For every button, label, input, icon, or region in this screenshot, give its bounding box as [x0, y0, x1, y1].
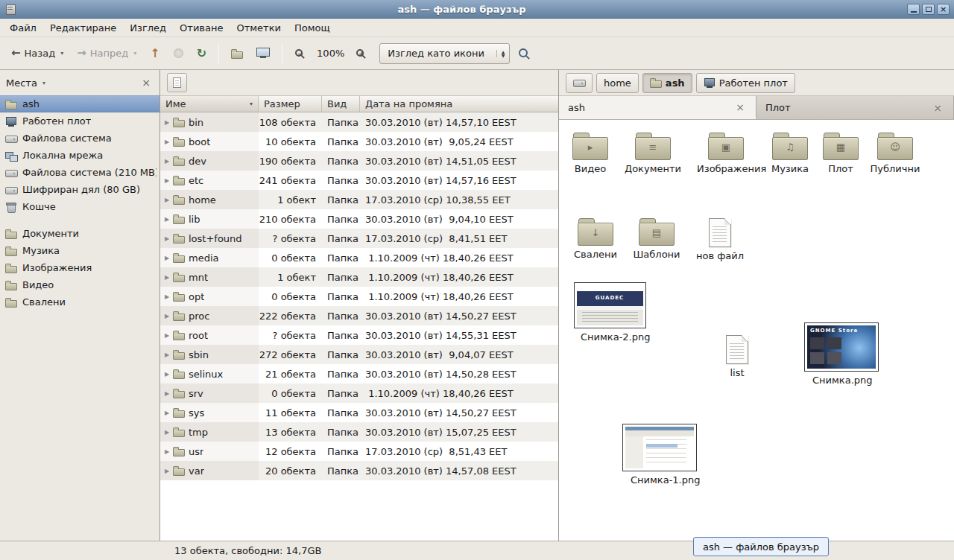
expander-icon[interactable]: ▶: [165, 448, 173, 455]
up-button[interactable]: ↑: [145, 44, 165, 63]
minimize-button[interactable]: [907, 4, 920, 15]
file-row[interactable]: ▶opt0 обектаПапка 1.10.2009 (чт) 18,40,2…: [160, 287, 558, 306]
zoom-in-button[interactable]: +: [350, 45, 372, 63]
expander-icon[interactable]: ▶: [165, 216, 173, 223]
file-row[interactable]: ▶bin108 обектаПапка30.03.2010 (вт) 14,57…: [160, 112, 558, 132]
file-row[interactable]: ▶mnt1 обектПапка 1.10.2009 (чт) 18,40,26…: [160, 267, 558, 287]
column-header-name[interactable]: Име ▾: [160, 96, 259, 112]
column-header-size[interactable]: Размер: [259, 96, 322, 112]
expander-icon[interactable]: ▶: [165, 293, 173, 300]
icon-item[interactable]: ▤Шаблони: [621, 216, 692, 261]
breadcrumb-button[interactable]: Работен плот: [696, 73, 795, 93]
sidebar-item[interactable]: Локална мрежа: [0, 147, 159, 164]
expander-icon[interactable]: ▶: [165, 429, 173, 436]
tab[interactable]: ash×: [559, 96, 756, 119]
icon-item[interactable]: GNOME StoreСнимка.png: [806, 322, 877, 386]
menubar-item[interactable]: Изглед: [123, 20, 173, 36]
home-button[interactable]: [226, 44, 248, 63]
breadcrumb-button[interactable]: home: [596, 73, 639, 93]
icon-item[interactable]: Снимка-1.png: [624, 424, 695, 486]
icon-view[interactable]: ▸Видео≡Документи▣Изображения♫Музика▦Плот…: [559, 120, 954, 541]
sidebar-item[interactable]: Работен плот: [0, 112, 159, 130]
file-row[interactable]: ▶lost+found? обектаПапка17.03.2010 (ср) …: [160, 229, 558, 248]
sidebar-item[interactable]: Файлова система (210 MB): [0, 164, 159, 181]
expander-icon[interactable]: ▶: [165, 255, 173, 261]
expander-icon[interactable]: ▶: [165, 332, 173, 339]
file-row[interactable]: ▶lib210 обектаПапка30.03.2010 (вт) 9,04,…: [160, 209, 558, 229]
size-cell: 0 обекта: [259, 248, 322, 267]
file-row[interactable]: ▶srv0 обектаПапка 1.10.2009 (чт) 18,40,2…: [160, 384, 558, 403]
icon-item[interactable]: ☺Публични: [859, 130, 931, 175]
file-row[interactable]: ▶usr12 обектаПапка17.03.2010 (ср) 8,51,4…: [160, 442, 558, 461]
forward-button[interactable]: → Напред ▾: [72, 44, 142, 63]
view-mode-select[interactable]: Изглед като икони ▲▼: [379, 43, 510, 64]
expander-icon[interactable]: ▶: [165, 274, 173, 281]
location-button[interactable]: [167, 73, 187, 92]
zoom-out-button[interactable]: −: [289, 45, 311, 63]
sidebar-close-button[interactable]: ×: [139, 77, 154, 89]
back-dropdown-icon[interactable]: ▾: [60, 50, 63, 57]
stop-button[interactable]: [168, 45, 189, 62]
expander-icon[interactable]: ▶: [165, 197, 173, 203]
icon-item[interactable]: ≡Документи: [617, 130, 689, 175]
sidebar-item[interactable]: Свалени: [0, 293, 159, 311]
sidebar-item[interactable]: Шифриран дял (80 GB): [0, 181, 159, 198]
expander-icon[interactable]: ▶: [165, 139, 173, 145]
sidebar-item[interactable]: ash: [0, 95, 159, 112]
expander-icon[interactable]: ▶: [165, 468, 173, 474]
sidebar-item[interactable]: Файлова система: [0, 130, 159, 147]
menubar-item[interactable]: Файл: [3, 20, 43, 36]
expander-icon[interactable]: ▶: [165, 410, 173, 416]
reload-button[interactable]: ↻: [192, 44, 212, 63]
tab-close-button[interactable]: ×: [733, 101, 747, 113]
expander-icon[interactable]: ▶: [165, 158, 173, 165]
file-row[interactable]: ▶sys11 обектаПапка30.03.2010 (вт) 14,50,…: [160, 403, 558, 422]
file-row[interactable]: ▶etc241 обектаПапка30.03.2010 (вт) 14,57…: [160, 171, 558, 190]
column-header-date[interactable]: Дата на промяна: [360, 96, 558, 112]
file-row[interactable]: ▶home1 обектПапка17.03.2010 (ср) 10,38,5…: [160, 190, 558, 209]
computer-button[interactable]: [251, 44, 275, 63]
expander-icon[interactable]: ▶: [165, 235, 173, 242]
close-button[interactable]: ×: [937, 4, 950, 15]
file-row[interactable]: ▶dev190 обектаПапка30.03.2010 (вт) 14,51…: [160, 151, 558, 171]
icon-item[interactable]: list: [701, 334, 773, 379]
tab-close-button[interactable]: ×: [931, 102, 944, 114]
file-row[interactable]: ▶selinux21 обектаПапка30.03.2010 (вт) 14…: [160, 364, 558, 384]
expander-icon[interactable]: ▶: [165, 119, 173, 126]
file-row[interactable]: ▶sbin272 обектаПапка30.03.2010 (вт) 9,04…: [160, 345, 558, 364]
tab[interactable]: Плот×: [756, 96, 954, 119]
expander-icon[interactable]: ▶: [165, 371, 173, 378]
file-row[interactable]: ▶boot10 обектаПапка30.03.2010 (вт) 9,05,…: [160, 132, 558, 151]
menubar-item[interactable]: Редактиране: [43, 20, 123, 36]
sidebar-item[interactable]: Музика: [0, 242, 159, 259]
expander-icon[interactable]: ▶: [165, 177, 173, 184]
titlebar[interactable]: ash — файлов браузър ×: [0, 0, 954, 19]
file-row[interactable]: ▶tmp13 обектаПапка30.03.2010 (вт) 15,07,…: [160, 422, 558, 442]
menubar-item[interactable]: Помощ: [288, 20, 337, 36]
file-row[interactable]: ▶media0 обектаПапка 1.10.2009 (чт) 18,40…: [160, 248, 558, 267]
places-selector[interactable]: Места ▾: [6, 77, 134, 89]
maximize-button[interactable]: [922, 4, 935, 15]
sidebar-item[interactable]: Кошче: [0, 198, 159, 215]
expander-icon[interactable]: ▶: [165, 351, 173, 358]
column-header-type[interactable]: Вид: [322, 96, 360, 112]
menubar-item[interactable]: Отметки: [230, 20, 287, 36]
sidebar-item[interactable]: Документи: [0, 225, 159, 242]
icon-item[interactable]: ▣Изображения: [690, 130, 762, 175]
search-button[interactable]: [513, 44, 536, 63]
sidebar-item[interactable]: Изображения: [0, 259, 159, 276]
expander-icon[interactable]: ▶: [165, 390, 173, 397]
file-row[interactable]: ▶root? обектаПапка30.03.2010 (вт) 14,55,…: [160, 325, 558, 345]
file-row[interactable]: ▶proc222 обектаПапка30.03.2010 (вт) 14,5…: [160, 306, 558, 325]
back-button[interactable]: ← Назад ▾: [6, 44, 69, 63]
breadcrumb-button[interactable]: [566, 73, 593, 93]
menubar-item[interactable]: Отиване: [173, 20, 230, 36]
expander-icon[interactable]: ▶: [165, 313, 173, 319]
sidebar-item[interactable]: Видео: [0, 276, 159, 293]
icon-item[interactable]: GUADECСнимка-2.png: [574, 282, 645, 343]
icon-item[interactable]: нов файл: [684, 217, 756, 262]
breadcrumb-button[interactable]: ash: [642, 73, 692, 93]
file-row[interactable]: ▶var20 обектаПапка30.03.2010 (вт) 14,57,…: [160, 461, 558, 480]
window-menu-icon[interactable]: [4, 4, 16, 14]
icon-item[interactable]: ▸Видео: [559, 130, 626, 175]
